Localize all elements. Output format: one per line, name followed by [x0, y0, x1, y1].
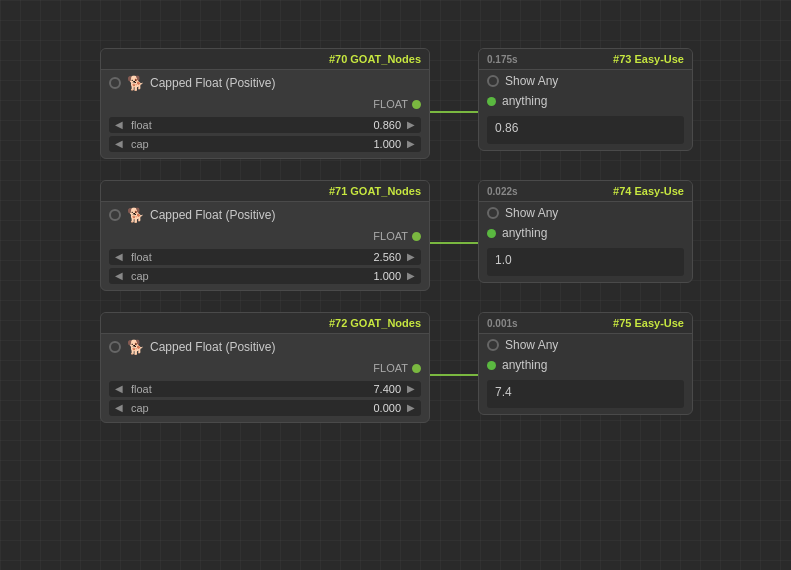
float-row-71: FLOAT — [101, 228, 429, 246]
dog-icon-72: 🐕 — [127, 339, 144, 355]
input-row-float-70: ◀ float 0.860 ▶ — [109, 117, 421, 133]
show-any-label-74: Show Any — [505, 206, 558, 220]
show-any-circle-75 — [487, 339, 499, 351]
anything-row-74: anything — [479, 224, 692, 244]
float-row-72: FLOAT — [101, 360, 429, 378]
input-value-cap-70: 1.000 — [373, 138, 401, 150]
arrow-left-float-70[interactable]: ◀ — [113, 120, 125, 130]
node-header-73: 0.175s #73 Easy-Use — [479, 49, 692, 70]
input-value-float-71: 2.560 — [373, 251, 401, 263]
anything-dot-74 — [487, 229, 496, 238]
goat-node-72: #72 GOAT_Nodes 🐕 Capped Float (Positive)… — [100, 312, 430, 423]
node-id-73: #73 Easy-Use — [613, 53, 684, 65]
node-circle-72 — [109, 341, 121, 353]
show-any-label-75: Show Any — [505, 338, 558, 352]
input-row-float-72: ◀ float 7.400 ▶ — [109, 381, 421, 397]
value-box-74: 1.0 — [487, 248, 684, 276]
anything-dot-75 — [487, 361, 496, 370]
show-any-circle-74 — [487, 207, 499, 219]
timing-75: 0.001s — [487, 318, 518, 329]
input-label-float-70: float — [129, 119, 369, 131]
arrow-right-cap-72[interactable]: ▶ — [405, 403, 417, 413]
input-row-cap-72: ◀ cap 0.000 ▶ — [109, 400, 421, 416]
float-row-70: FLOAT — [101, 96, 429, 114]
input-row-cap-71: ◀ cap 1.000 ▶ — [109, 268, 421, 284]
value-box-73: 0.86 — [487, 116, 684, 144]
show-any-circle-73 — [487, 75, 499, 87]
node-header-74: 0.022s #74 Easy-Use — [479, 181, 692, 202]
node-id-72: #72 GOAT_Nodes — [329, 317, 421, 329]
show-any-row-75: Show Any — [479, 334, 692, 356]
arrow-left-float-71[interactable]: ◀ — [113, 252, 125, 262]
float-dot-72[interactable] — [412, 364, 421, 373]
arrow-right-cap-71[interactable]: ▶ — [405, 271, 417, 281]
node-title-row-72: 🐕 Capped Float (Positive) — [101, 334, 429, 360]
node-circle-70 — [109, 77, 121, 89]
node-label-70: Capped Float (Positive) — [150, 76, 275, 90]
input-label-float-71: float — [129, 251, 369, 263]
goat-node-71: #71 GOAT_Nodes 🐕 Capped Float (Positive)… — [100, 180, 430, 291]
arrow-left-cap-70[interactable]: ◀ — [113, 139, 125, 149]
node-header-71: #71 GOAT_Nodes — [101, 181, 429, 202]
float-label-70: FLOAT — [373, 98, 408, 110]
timing-73: 0.175s — [487, 54, 518, 65]
input-value-cap-71: 1.000 — [373, 270, 401, 282]
input-label-cap-72: cap — [129, 402, 369, 414]
node-header-75: 0.001s #75 Easy-Use — [479, 313, 692, 334]
anything-row-75: anything — [479, 356, 692, 376]
arrow-left-float-72[interactable]: ◀ — [113, 384, 125, 394]
arrow-right-float-70[interactable]: ▶ — [405, 120, 417, 130]
arrow-right-float-72[interactable]: ▶ — [405, 384, 417, 394]
easy-node-74: 0.022s #74 Easy-Use Show Any anything 1.… — [478, 180, 693, 283]
float-label-71: FLOAT — [373, 230, 408, 242]
timing-74: 0.022s — [487, 186, 518, 197]
anything-label-73: anything — [502, 94, 547, 108]
arrow-right-float-71[interactable]: ▶ — [405, 252, 417, 262]
input-row-float-71: ◀ float 2.560 ▶ — [109, 249, 421, 265]
float-dot-70[interactable] — [412, 100, 421, 109]
node-title-row-70: 🐕 Capped Float (Positive) — [101, 70, 429, 96]
node-id-74: #74 Easy-Use — [613, 185, 684, 197]
anything-dot-73 — [487, 97, 496, 106]
node-id-70: #70 GOAT_Nodes — [329, 53, 421, 65]
easy-node-75: 0.001s #75 Easy-Use Show Any anything 7.… — [478, 312, 693, 415]
input-row-cap-70: ◀ cap 1.000 ▶ — [109, 136, 421, 152]
node-label-71: Capped Float (Positive) — [150, 208, 275, 222]
show-any-label-73: Show Any — [505, 74, 558, 88]
float-label-72: FLOAT — [373, 362, 408, 374]
arrow-left-cap-72[interactable]: ◀ — [113, 403, 125, 413]
input-label-cap-70: cap — [129, 138, 369, 150]
node-id-71: #71 GOAT_Nodes — [329, 185, 421, 197]
value-box-75: 7.4 — [487, 380, 684, 408]
node-title-row-71: 🐕 Capped Float (Positive) — [101, 202, 429, 228]
node-circle-71 — [109, 209, 121, 221]
dog-icon-71: 🐕 — [127, 207, 144, 223]
arrow-left-cap-71[interactable]: ◀ — [113, 271, 125, 281]
show-any-row-74: Show Any — [479, 202, 692, 224]
show-any-row-73: Show Any — [479, 70, 692, 92]
node-header-70: #70 GOAT_Nodes — [101, 49, 429, 70]
arrow-right-cap-70[interactable]: ▶ — [405, 139, 417, 149]
input-value-float-72: 7.400 — [373, 383, 401, 395]
input-value-cap-72: 0.000 — [373, 402, 401, 414]
dog-icon-70: 🐕 — [127, 75, 144, 91]
node-id-75: #75 Easy-Use — [613, 317, 684, 329]
anything-label-74: anything — [502, 226, 547, 240]
goat-node-70: #70 GOAT_Nodes 🐕 Capped Float (Positive)… — [100, 48, 430, 159]
easy-node-73: 0.175s #73 Easy-Use Show Any anything 0.… — [478, 48, 693, 151]
node-header-72: #72 GOAT_Nodes — [101, 313, 429, 334]
input-label-float-72: float — [129, 383, 369, 395]
input-value-float-70: 0.860 — [373, 119, 401, 131]
anything-row-73: anything — [479, 92, 692, 112]
anything-label-75: anything — [502, 358, 547, 372]
node-label-72: Capped Float (Positive) — [150, 340, 275, 354]
input-label-cap-71: cap — [129, 270, 369, 282]
float-dot-71[interactable] — [412, 232, 421, 241]
